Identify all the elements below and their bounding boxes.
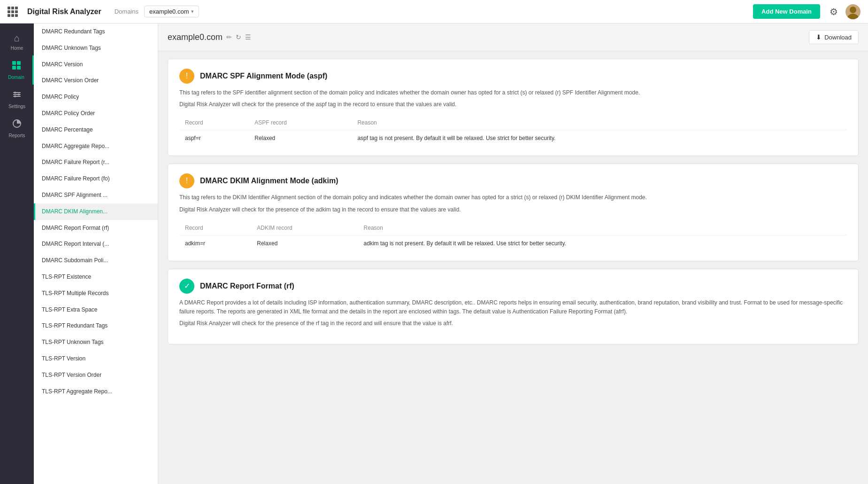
table-cell: adkim=r xyxy=(179,235,251,251)
left-panel-item-dmarc-policy[interactable]: DMARC Policy xyxy=(34,89,158,105)
card-header-dmarc-dkim-alignment: !DMARC DKIM Alignment Mode (adkim) xyxy=(179,173,847,188)
settings-icon xyxy=(12,89,22,102)
left-panel-item-dmarc-percentage[interactable]: DMARC Percentage xyxy=(34,122,158,138)
card-table-dmarc-spf-alignment: RecordASPF recordReasonaspf=rRelaxedaspf… xyxy=(179,116,847,146)
domains-label: Domains xyxy=(115,8,138,15)
left-panel-item-dmarc-spf-alignment[interactable]: DMARC SPF Alignment ... xyxy=(34,187,158,203)
card-desc2-dmarc-dkim-alignment: Digital Risk Analyzer will check for the… xyxy=(179,205,847,214)
svg-point-1 xyxy=(847,14,859,19)
left-panel-item-dmarc-aggregate-repo[interactable]: DMARC Aggregate Repo... xyxy=(34,138,158,155)
card-dmarc-report-format-rf: ✓DMARC Report Format (rf)A DMARC Report … xyxy=(168,269,859,345)
table-header: Reason xyxy=(358,221,847,235)
main-header: example0.com ✏ ↻ ☰ ⬇ Download xyxy=(158,23,868,51)
avatar xyxy=(845,4,860,19)
domain-selector[interactable]: example0.com ▾ xyxy=(144,6,199,17)
card-desc1-dmarc-spf-alignment: This tag refers to the SPF identifier al… xyxy=(179,88,847,97)
layout: ⌂ Home Domain xyxy=(0,23,868,484)
card-title-dmarc-dkim-alignment: DMARC DKIM Alignment Mode (adkim) xyxy=(200,177,338,185)
top-nav: Digital Risk Analyzer Domains example0.c… xyxy=(0,0,868,23)
chevron-down-icon: ▾ xyxy=(191,8,194,15)
refresh-icon[interactable]: ↻ xyxy=(236,33,241,41)
left-panel-item-tls-rpt-version-order[interactable]: TLS-RPT Version Order xyxy=(34,367,158,383)
table-header: ASPF record xyxy=(249,116,352,130)
left-panel-item-dmarc-version[interactable]: DMARC Version xyxy=(34,56,158,73)
card-title-dmarc-spf-alignment: DMARC SPF Alignment Mode (aspf) xyxy=(200,72,327,80)
left-panel-item-tls-rpt-version[interactable]: TLS-RPT Version xyxy=(34,351,158,367)
edit-icon[interactable]: ✏ xyxy=(226,33,232,41)
card-desc1-dmarc-report-format-rf: A DMARC Report provides a lot of details… xyxy=(179,298,847,316)
left-panel-item-tls-rpt-aggregate-repo[interactable]: TLS-RPT Aggregate Repo... xyxy=(34,383,158,400)
left-panel-item-tls-rpt-extra-space[interactable]: TLS-RPT Extra Space xyxy=(34,302,158,318)
sidebar-item-reports[interactable]: Reports xyxy=(0,114,34,143)
left-panel-item-dmarc-failure-report-r[interactable]: DMARC Failure Report (r... xyxy=(34,154,158,171)
card-dmarc-dkim-alignment: !DMARC DKIM Alignment Mode (adkim)This t… xyxy=(168,164,859,261)
left-panel-item-tls-rpt-multiple-records[interactable]: TLS-RPT Multiple Records xyxy=(34,285,158,302)
card-header-dmarc-spf-alignment: !DMARC SPF Alignment Mode (aspf) xyxy=(179,69,847,84)
main-content: example0.com ✏ ↻ ☰ ⬇ Download !DMARC SPF… xyxy=(158,23,868,484)
left-panel-item-dmarc-version-order[interactable]: DMARC Version Order xyxy=(34,72,158,89)
table-header: Record xyxy=(179,221,251,235)
svg-point-9 xyxy=(14,92,16,94)
svg-rect-2 xyxy=(12,61,16,65)
table-cell: adkim tag is not present. By default it … xyxy=(358,235,847,251)
table-header: Record xyxy=(179,116,249,130)
left-panel-item-tls-rpt-existence[interactable]: TLS-RPT Existence xyxy=(34,269,158,285)
left-panel-item-dmarc-unknown-tags[interactable]: DMARC Unknown Tags xyxy=(34,40,158,56)
card-header-dmarc-report-format-rf: ✓DMARC Report Format (rf) xyxy=(179,279,847,294)
left-panel-item-tls-rpt-unknown-tags[interactable]: TLS-RPT Unknown Tags xyxy=(34,334,158,351)
card-badge-dmarc-dkim-alignment: ! xyxy=(179,173,194,188)
sidebar: ⌂ Home Domain xyxy=(0,23,34,484)
sidebar-item-domain[interactable]: Domain xyxy=(0,55,34,85)
svg-point-0 xyxy=(850,7,856,13)
table-cell: aspf tag is not present. By default it w… xyxy=(352,130,847,147)
left-panel-item-dmarc-report-interval[interactable]: DMARC Report Interval (... xyxy=(34,236,158,252)
table-header: ADKIM record xyxy=(251,221,358,235)
left-panel-item-dmarc-policy-order[interactable]: DMARC Policy Order xyxy=(34,105,158,122)
card-table-dmarc-dkim-alignment: RecordADKIM recordReasonadkim=rRelaxedad… xyxy=(179,221,847,251)
left-panel: DMARC Redundant TagsDMARC Unknown TagsDM… xyxy=(34,23,158,484)
left-panel-item-dmarc-subdomain-poli[interactable]: DMARC Subdomain Poli... xyxy=(34,252,158,269)
main-body: !DMARC SPF Alignment Mode (aspf)This tag… xyxy=(158,51,868,352)
card-badge-dmarc-spf-alignment: ! xyxy=(179,69,194,84)
card-badge-dmarc-report-format-rf: ✓ xyxy=(179,279,194,294)
card-desc2-dmarc-spf-alignment: Digital Risk Analyzer will check for the… xyxy=(179,100,847,109)
download-icon: ⬇ xyxy=(816,33,822,41)
table-cell: Relaxed xyxy=(251,235,358,251)
card-desc2-dmarc-report-format-rf: Digital Risk Analyzer will check for the… xyxy=(179,319,847,328)
card-desc1-dmarc-dkim-alignment: This tag refers to the DKIM Identifier A… xyxy=(179,193,847,202)
left-panel-item-dmarc-redundant-tags[interactable]: DMARC Redundant Tags xyxy=(34,23,158,40)
home-icon: ⌂ xyxy=(14,33,20,44)
left-panel-item-tls-rpt-redundant-tags[interactable]: TLS-RPT Redundant Tags xyxy=(34,318,158,334)
grid-icon[interactable] xyxy=(8,7,18,17)
domain-icon xyxy=(11,60,22,73)
table-header: Reason xyxy=(352,116,847,130)
table-row: aspf=rRelaxedaspf tag is not present. By… xyxy=(179,130,847,147)
download-button[interactable]: ⬇ Download xyxy=(809,30,859,44)
table-cell: aspf=r xyxy=(179,130,249,147)
table-cell: Relaxed xyxy=(249,130,352,147)
svg-rect-5 xyxy=(17,66,21,70)
svg-rect-4 xyxy=(12,66,16,70)
sidebar-item-settings[interactable]: Settings xyxy=(0,85,34,114)
gear-icon[interactable]: ⚙ xyxy=(830,6,838,17)
card-dmarc-spf-alignment: !DMARC SPF Alignment Mode (aspf)This tag… xyxy=(168,59,859,156)
reports-icon xyxy=(12,118,22,131)
list-icon[interactable]: ☰ xyxy=(245,33,251,41)
card-title-dmarc-report-format-rf: DMARC Report Format (rf) xyxy=(200,282,294,290)
svg-point-11 xyxy=(14,95,16,97)
left-panel-item-dmarc-dkim-alignment[interactable]: DMARC DKIM Alignmen... xyxy=(34,203,158,220)
left-panel-list: DMARC Redundant TagsDMARC Unknown TagsDM… xyxy=(34,23,158,399)
domain-heading: example0.com xyxy=(168,32,223,42)
left-panel-item-dmarc-failure-report-fo[interactable]: DMARC Failure Report (fo) xyxy=(34,171,158,187)
svg-point-10 xyxy=(18,94,20,95)
add-domain-button[interactable]: Add New Domain xyxy=(753,4,820,19)
left-panel-item-dmarc-report-format-rf[interactable]: DMARC Report Format (rf) xyxy=(34,220,158,236)
app-title: Digital Risk Analyzer xyxy=(27,8,101,16)
svg-rect-3 xyxy=(17,61,21,65)
sidebar-item-home[interactable]: ⌂ Home xyxy=(0,28,34,55)
table-row: adkim=rRelaxedadkim tag is not present. … xyxy=(179,235,847,251)
